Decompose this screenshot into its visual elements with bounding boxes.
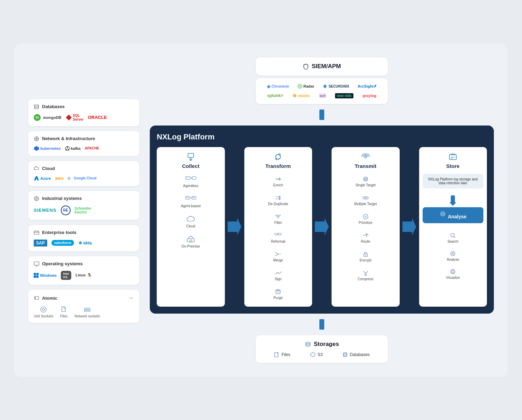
arrow-shape-3 bbox=[402, 218, 416, 235]
svg-rect-46 bbox=[186, 177, 187, 178]
svg-rect-63 bbox=[275, 233, 278, 235]
svg-point-77 bbox=[365, 216, 367, 218]
svg-point-84 bbox=[442, 213, 443, 215]
os-icon bbox=[34, 261, 39, 267]
svg-point-68 bbox=[365, 156, 367, 158]
siem-row1: ◈ Chronicle Radar SECURONIX ArcSight✗ bbox=[263, 84, 381, 89]
reformat-icon bbox=[274, 232, 282, 239]
industrial-label: Industrial systems bbox=[42, 196, 82, 201]
transform-header: Transform bbox=[266, 152, 291, 169]
deduplicate-icon bbox=[274, 195, 282, 201]
sqlserver-logo: SQLServer bbox=[66, 114, 84, 121]
nxlog-platform: NXLog Platform Collect bbox=[150, 126, 494, 314]
enrich-item: Enrich bbox=[248, 174, 309, 189]
agentless-icon bbox=[185, 176, 196, 183]
store-arrow-down bbox=[423, 195, 484, 204]
sap-logo: SAP bbox=[34, 240, 47, 247]
merge-item: Merge bbox=[248, 249, 309, 264]
enterprise-logos: SAP salesforce ✳ okta bbox=[34, 240, 134, 247]
svg-rect-53 bbox=[188, 197, 188, 198]
windows-logo: Windows bbox=[34, 273, 57, 278]
atomic-files-item: Files bbox=[60, 306, 67, 318]
transmit-icon bbox=[361, 152, 370, 162]
atomic-arrow-icon: → bbox=[128, 294, 134, 302]
atomic-title: Atomic bbox=[34, 295, 57, 301]
svg-point-92 bbox=[343, 353, 347, 354]
svg-point-79 bbox=[365, 255, 366, 256]
siemens-logo: SIEMENS bbox=[34, 208, 57, 213]
cloud-icon bbox=[34, 166, 39, 171]
oracle-logo: ORACLE bbox=[88, 115, 107, 120]
salesforce-logo: salesforce bbox=[51, 240, 74, 246]
analyse-sub-items: Search Analyse bbox=[423, 230, 484, 282]
collect-items: Agentless A bbox=[160, 174, 221, 250]
svg-point-10 bbox=[66, 149, 67, 150]
securonix-logo: SECURONIX bbox=[323, 84, 349, 89]
network-sockets-item: Network sockets bbox=[74, 306, 100, 318]
on-premise-icon bbox=[186, 236, 196, 243]
siem-section: SIEM/APM ◈ Chronicle Radar SECURONIX bbox=[150, 57, 494, 104]
transform-icon bbox=[273, 152, 283, 162]
storages-card: Storages Files S3 bbox=[256, 335, 388, 363]
store-icon bbox=[448, 152, 458, 162]
cloud-collect-icon bbox=[186, 216, 196, 223]
enrich-icon bbox=[274, 176, 282, 182]
macos-logo: macOS bbox=[61, 271, 71, 280]
unit-sockets-item: Unit Sockets bbox=[34, 306, 53, 318]
arcsight-logo: ArcSight✗ bbox=[358, 84, 377, 89]
collect-header: Collect bbox=[182, 152, 199, 169]
radar-logo: Radar bbox=[297, 84, 314, 89]
storages-icon bbox=[305, 341, 311, 347]
source-card-network: Network & Infrastructure kubernetes kafk… bbox=[28, 131, 139, 156]
store-down-arrow bbox=[451, 195, 455, 204]
databases-header: Databases bbox=[34, 104, 134, 110]
aws-logo: aws bbox=[55, 176, 64, 181]
enterprise-header: Enterprise tools bbox=[34, 230, 134, 235]
atomic-files-label: Files bbox=[60, 314, 67, 318]
svg-rect-43 bbox=[188, 153, 194, 158]
databases-logos: m mongoDB SQLServer ORACLE bbox=[34, 114, 134, 121]
siem-logos: ◈ Chronicle Radar SECURONIX ArcSight✗ sp… bbox=[256, 78, 388, 104]
analyse-sub-item: Analyse bbox=[423, 248, 484, 264]
atomic-items: Unit Sockets Files Network sockets bbox=[34, 306, 134, 318]
svg-point-85 bbox=[451, 233, 454, 237]
elastic-logo: elastic bbox=[292, 93, 310, 98]
s3-icon bbox=[310, 352, 316, 357]
transmit-title: Transmit bbox=[354, 163, 376, 169]
arrow-transmit-store bbox=[402, 147, 416, 307]
analyse-sub-icon bbox=[450, 250, 456, 257]
svg-point-87 bbox=[451, 251, 455, 256]
storages-connector bbox=[150, 319, 494, 330]
svg-text:DATADOG: DATADOG bbox=[320, 94, 326, 98]
siem-title: SIEM/APM bbox=[264, 63, 380, 70]
analyse-box: Analyse bbox=[423, 207, 484, 223]
db-storage-icon bbox=[342, 352, 348, 357]
svg-rect-34 bbox=[84, 308, 90, 312]
source-card-enterprise: Enterprise tools SAP salesforce ✳ okta bbox=[28, 225, 139, 251]
network-sockets-label: Network sockets bbox=[74, 314, 100, 318]
svg-rect-59 bbox=[190, 240, 192, 242]
svg-point-11 bbox=[68, 149, 69, 150]
merge-icon bbox=[274, 251, 282, 257]
filter-icon bbox=[274, 213, 282, 220]
transmit-items: Single Target Multiple Target bbox=[335, 174, 396, 283]
ge-logo: GE bbox=[61, 205, 71, 215]
right-panel: SIEM/APM ◈ Chronicle Radar SECURONIX bbox=[150, 57, 494, 363]
collect-title: Collect bbox=[182, 163, 199, 169]
visualize-icon bbox=[450, 268, 456, 275]
source-card-atomic: Atomic → Unit Sockets File bbox=[28, 290, 139, 323]
siem-card: SIEM/APM bbox=[256, 57, 388, 75]
svg-rect-47 bbox=[187, 177, 188, 178]
single-target-icon bbox=[362, 176, 369, 182]
agent-based-icon bbox=[185, 195, 196, 203]
svg-rect-29 bbox=[34, 297, 39, 299]
source-card-cloud: Cloud Azure aws G Google Cloud bbox=[28, 161, 139, 186]
svg-rect-52 bbox=[186, 197, 187, 198]
cloud-label: Cloud bbox=[42, 166, 55, 171]
graylog-logo: graylog bbox=[362, 94, 376, 98]
siem-arrow bbox=[319, 110, 324, 120]
storages-arrow bbox=[319, 319, 324, 330]
svg-rect-57 bbox=[194, 197, 195, 198]
left-panel: Databases m mongoDB SQLServer ORACLE bbox=[28, 57, 139, 363]
svg-point-35 bbox=[85, 309, 87, 310]
